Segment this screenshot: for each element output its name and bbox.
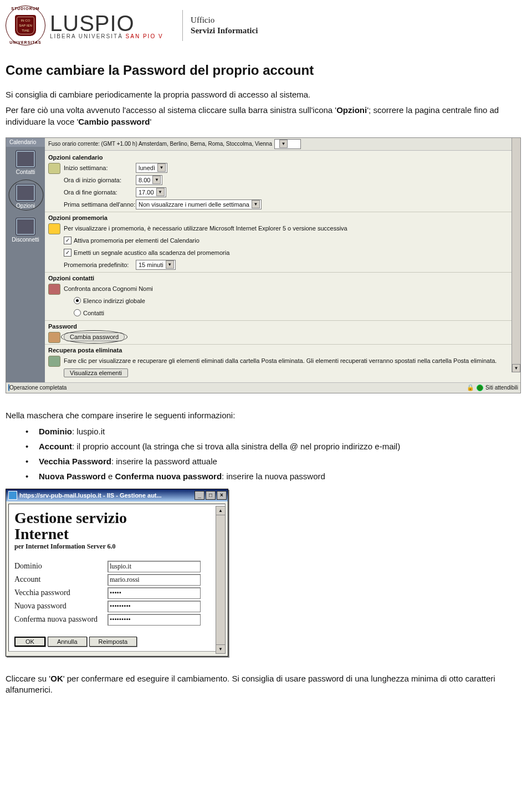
section-password: Password (45, 320, 520, 331)
owa-sidebar: Calendario Contatti Opzioni Disconnetti (6, 138, 45, 382)
day-end-select[interactable]: 17.00▼ (136, 187, 166, 197)
sun-icon (48, 223, 60, 234)
closing-paragraph: Cliccare su 'OK' per confermare ed esegu… (6, 673, 521, 696)
day-start-select[interactable]: 8.00▼ (136, 175, 162, 185)
iis-titlebar: https://srv-pub-mail.luspio.it - IIS - G… (6, 489, 228, 501)
intro-paragraph: Si consiglia di cambiare periodicamente … (6, 89, 521, 100)
owa-topbar: Fuso orario corrente: (GMT +1.00 h) Amst… (45, 138, 520, 151)
gear-icon (16, 184, 35, 202)
iis-screenshot: https://srv-pub-mail.luspio.it - IIS - G… (6, 489, 228, 657)
reset-button[interactable]: Reimposta (89, 637, 137, 647)
list-item: Nuova Password e Conferma nuova password… (25, 472, 521, 481)
brand-name: LUSPIO (50, 12, 163, 34)
lock-icon: 🔒 (467, 384, 474, 391)
sidebar-label-calendario: Calendario (6, 138, 45, 147)
check-icon (477, 385, 483, 391)
sidebar-item-contatti[interactable]: Contatti (6, 147, 45, 181)
sidebar-item-disconnetti[interactable]: Disconnetti (6, 214, 45, 248)
university-seal-icon: STUDIORUM UNIVERSITAS (6, 6, 45, 45)
owa-statusbar: Operazione completata 🔒Siti attendibili (6, 382, 520, 393)
trash-icon (48, 356, 60, 367)
section-opzioni-promemoria: Opzioni promemoria (45, 212, 520, 222)
list-item: Dominio: luspio.it (25, 427, 521, 436)
ok-button[interactable]: OK (14, 637, 45, 647)
domain-field[interactable]: luspio.it (108, 561, 201, 572)
logout-icon (16, 218, 35, 235)
owa-main: Fuso orario corrente: (GMT +1.00 h) Amst… (45, 138, 520, 382)
brand-subtitle: LIBERA UNIVERSITÀ SAN PIO V (50, 33, 163, 39)
list-item: Vecchia Password: inserire la password a… (25, 457, 521, 466)
confirm-password-field[interactable]: ••••••••• (108, 614, 201, 626)
week-start-select[interactable]: lunedì▼ (136, 163, 167, 173)
page-title: Come cambiare la Password del proprio ac… (6, 63, 521, 78)
old-password-field[interactable]: ••••• (108, 587, 201, 599)
minimize-button[interactable]: _ (195, 491, 204, 500)
radio-global-list[interactable] (74, 297, 81, 304)
radio-contatti[interactable] (74, 309, 81, 316)
timezone-select[interactable]: ▼ (274, 139, 301, 149)
contacts-icon (16, 150, 35, 168)
week-number-select[interactable]: Non visualizzare i numeri delle settiman… (136, 199, 262, 209)
brand-block: LUSPIO LIBERA UNIVERSITÀ SAN PIO V (50, 12, 163, 39)
page-header: STUDIORUM UNIVERSITAS LUSPIO LIBERA UNIV… (6, 6, 521, 46)
section-opzioni-contatti: Opzioni contatti (45, 272, 520, 283)
cancel-button[interactable]: Annulla (48, 637, 87, 647)
change-password-button[interactable]: Cambia password (64, 332, 125, 341)
iis-subheading: per Internet Information Server 6.0 (14, 542, 212, 551)
instructions-paragraph: Per fare ciò una volta avvenuto l'access… (6, 105, 521, 127)
view-items-button[interactable]: Visualizza elementi (64, 368, 128, 377)
fields-list: Dominio: luspio.it Account: il proprio a… (25, 427, 521, 481)
reminder-checkbox[interactable]: ✓ (64, 237, 71, 244)
mask-intro: Nella maschera che compare inserire le s… (6, 410, 521, 421)
owa-screenshot: Calendario Contatti Opzioni Disconnetti … (6, 137, 521, 393)
reminder-default-select[interactable]: 15 minuti▼ (136, 260, 176, 270)
key-icon (48, 332, 60, 343)
account-field[interactable]: mario.rossi (108, 574, 201, 586)
divider-icon (182, 10, 183, 41)
sound-checkbox[interactable]: ✓ (64, 249, 71, 257)
new-password-field[interactable]: ••••••••• (108, 601, 201, 612)
iis-scrollbar[interactable] (216, 506, 226, 654)
sidebar-item-opzioni[interactable]: Opzioni (6, 181, 45, 214)
owa-scrollbar[interactable] (511, 138, 520, 372)
office-block: Ufficio Servizi Informatici (191, 15, 258, 37)
list-item: Account: il proprio account (la stringa … (25, 442, 521, 451)
close-button[interactable]: × (217, 491, 227, 500)
iis-heading: Gestione servizioInternet (14, 510, 212, 542)
section-recupera-posta: Recupera posta eliminata (45, 344, 520, 355)
calendar-icon (48, 163, 60, 174)
section-opzioni-calendario: Opzioni calendario (45, 152, 520, 162)
maximize-button[interactable]: □ (206, 491, 216, 500)
contacts-book-icon (48, 284, 60, 295)
ie-icon (8, 491, 17, 500)
